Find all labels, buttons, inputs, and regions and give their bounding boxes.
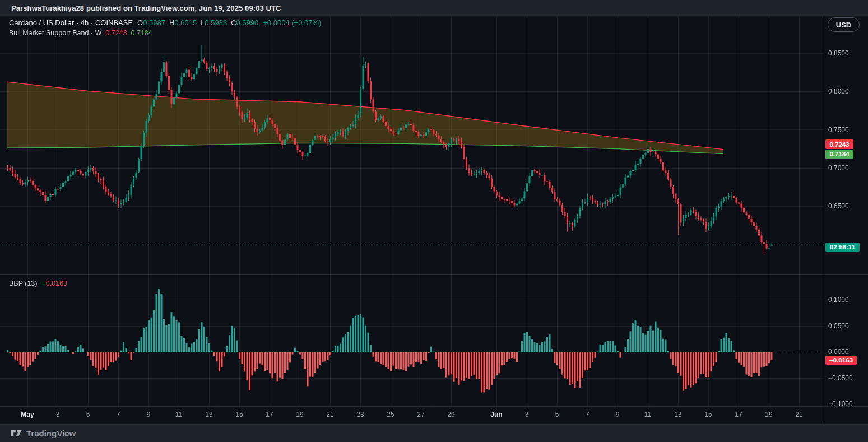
- time-label-27: 27: [417, 411, 424, 418]
- indicator-name: Bull Market Support Band · W: [9, 29, 101, 37]
- attribution-bar: ParshwaTurakhiya28 published on TradingV…: [0, 0, 868, 16]
- time-label-25: 25: [387, 411, 394, 418]
- time-label-may: May: [21, 411, 34, 418]
- time-label-5: 5: [86, 411, 90, 418]
- attribution-text: ParshwaTurakhiya28 published on TradingV…: [11, 4, 281, 12]
- bbp-value: −0.0163: [42, 280, 68, 287]
- indicator-sma-value: 0.7243: [105, 29, 127, 37]
- time-label-29: 29: [447, 411, 454, 418]
- footer-bar: TradingView: [0, 424, 868, 442]
- bbp-tick-−0.1000: −0.1000: [828, 400, 853, 408]
- ohlc-o: O0.5987: [137, 18, 165, 27]
- time-label-15: 15: [704, 411, 712, 418]
- chart-legend-indicator[interactable]: Bull Market Support Band · W 0.7243 0.71…: [9, 29, 152, 37]
- symbol-title: Cardano / US Dollar · 4h · COINBASE: [9, 18, 133, 27]
- time-label-17: 17: [735, 411, 742, 418]
- band-sma-price-badge: 0.7243: [825, 139, 853, 149]
- currency-button[interactable]: USD: [828, 17, 860, 32]
- tradingview-logo-icon: [10, 429, 22, 438]
- bbp-tick-0.1000: 0.1000: [828, 296, 849, 304]
- time-label-11: 11: [175, 411, 182, 418]
- time-label-21: 21: [326, 411, 333, 418]
- bbp-indicator-name: BBP (13): [9, 280, 38, 287]
- time-label-11: 11: [644, 411, 651, 418]
- ohlc-c: C0.5990: [231, 18, 258, 27]
- price-tick-0.8500: 0.8500: [828, 49, 849, 57]
- tradingview-published-chart: { "attribution": { "text": "ParshwaTurak…: [0, 0, 868, 442]
- price-tick-0.7000: 0.7000: [828, 164, 849, 172]
- time-label-23: 23: [356, 411, 364, 418]
- time-label-13: 13: [674, 411, 681, 418]
- bbp-tick-−0.0500: −0.0500: [828, 374, 853, 382]
- bbp-tick-0.0000: 0.0000: [828, 348, 849, 356]
- time-label-9: 9: [147, 411, 151, 418]
- ohlc-h: H0.6015: [169, 18, 197, 27]
- tradingview-logo[interactable]: TradingView: [10, 429, 76, 438]
- indicator-ema-value: 0.7184: [131, 29, 152, 37]
- price-tick-0.8000: 0.8000: [828, 87, 849, 95]
- ohlc-l: L0.5983: [201, 18, 227, 27]
- bbp-value-badge: −0.0163: [825, 356, 857, 365]
- bbp-tick-0.0500: 0.0500: [828, 322, 849, 330]
- time-label-3: 3: [56, 411, 60, 418]
- time-label-jun: Jun: [490, 411, 502, 418]
- candle-countdown-badge: 02:56:11: [825, 243, 860, 252]
- time-label-7: 7: [586, 411, 590, 418]
- time-label-7: 7: [117, 411, 120, 418]
- time-label-9: 9: [616, 411, 620, 418]
- chart-legend-main[interactable]: Cardano / US Dollar · 4h · COINBASE O0.5…: [9, 18, 321, 27]
- time-label-19: 19: [296, 411, 303, 418]
- time-label-3: 3: [525, 411, 529, 418]
- time-label-19: 19: [765, 411, 772, 418]
- change-value: +0.0004 (+0.07%): [263, 18, 321, 27]
- time-label-17: 17: [266, 411, 273, 418]
- price-tick-0.7500: 0.7500: [828, 126, 849, 134]
- tradingview-brand-text: TradingView: [26, 429, 76, 438]
- band-ema-price-badge: 0.7184: [825, 150, 853, 159]
- price-tick-0.6500: 0.6500: [828, 202, 849, 210]
- bbp-legend[interactable]: BBP (13) −0.0163: [9, 280, 67, 287]
- time-label-15: 15: [235, 411, 243, 418]
- time-label-5: 5: [555, 411, 559, 418]
- ohlc-values: O0.5987H0.6015L0.5983C0.5990: [137, 18, 258, 27]
- price-chart-canvas[interactable]: [0, 0, 868, 442]
- time-label-21: 21: [795, 411, 802, 418]
- time-label-13: 13: [205, 411, 212, 418]
